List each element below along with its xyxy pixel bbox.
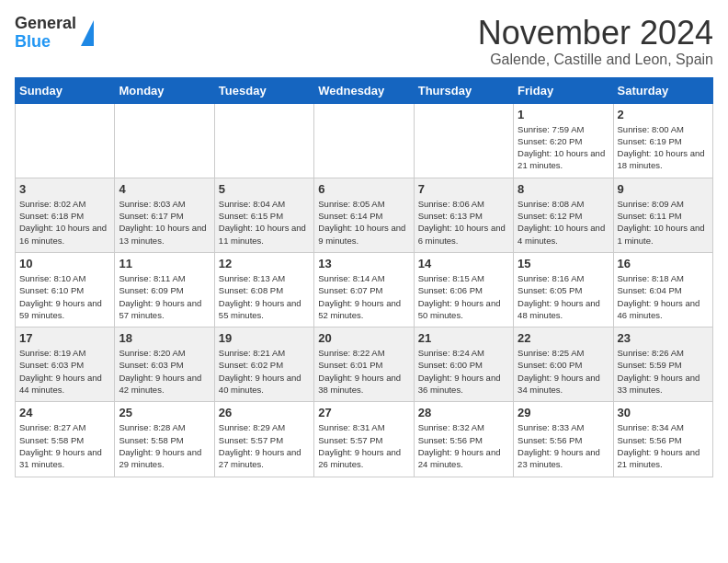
calendar-cell: 14Sunrise: 8:15 AM Sunset: 6:06 PM Dayli…	[414, 252, 513, 327]
day-info: Sunrise: 8:21 AM Sunset: 6:02 PM Dayligh…	[219, 347, 310, 396]
calendar-week-row: 10Sunrise: 8:10 AM Sunset: 6:10 PM Dayli…	[16, 252, 713, 327]
calendar-cell: 23Sunrise: 8:26 AM Sunset: 5:59 PM Dayli…	[613, 327, 712, 402]
day-number: 26	[219, 406, 310, 419]
calendar-cell: 7Sunrise: 8:06 AM Sunset: 6:13 PM Daylig…	[414, 178, 513, 252]
day-number: 9	[618, 182, 709, 196]
weekday-header-friday: Friday	[514, 77, 613, 103]
weekday-header-tuesday: Tuesday	[214, 77, 313, 103]
day-number: 17	[19, 331, 110, 345]
day-number: 15	[518, 257, 609, 270]
logo: General Blue	[15, 15, 94, 52]
calendar-cell: 25Sunrise: 8:28 AM Sunset: 5:58 PM Dayli…	[115, 402, 214, 477]
day-info: Sunrise: 8:03 AM Sunset: 6:17 PM Dayligh…	[119, 198, 210, 247]
calendar-cell: 21Sunrise: 8:24 AM Sunset: 6:00 PM Dayli…	[414, 327, 513, 402]
day-info: Sunrise: 8:05 AM Sunset: 6:14 PM Dayligh…	[318, 198, 409, 247]
calendar-cell: 27Sunrise: 8:31 AM Sunset: 5:57 PM Dayli…	[314, 402, 414, 477]
day-info: Sunrise: 8:24 AM Sunset: 6:00 PM Dayligh…	[418, 347, 509, 396]
calendar-cell: 18Sunrise: 8:20 AM Sunset: 6:03 PM Dayli…	[115, 327, 214, 402]
weekday-header-thursday: Thursday	[414, 77, 513, 103]
calendar-cell: 12Sunrise: 8:13 AM Sunset: 6:08 PM Dayli…	[214, 252, 313, 327]
calendar-cell: 28Sunrise: 8:32 AM Sunset: 5:56 PM Dayli…	[414, 402, 513, 477]
day-number: 4	[119, 182, 210, 196]
day-info: Sunrise: 8:11 AM Sunset: 6:09 PM Dayligh…	[119, 272, 210, 321]
day-number: 10	[19, 257, 110, 270]
day-info: Sunrise: 8:33 AM Sunset: 5:56 PM Dayligh…	[518, 421, 609, 470]
page-header: General Blue November 2024 Galende, Cast…	[15, 15, 713, 68]
day-info: Sunrise: 8:04 AM Sunset: 6:15 PM Dayligh…	[219, 198, 310, 247]
calendar-cell: 19Sunrise: 8:21 AM Sunset: 6:02 PM Dayli…	[214, 327, 313, 402]
logo-blue: Blue	[15, 32, 51, 51]
day-info: Sunrise: 8:16 AM Sunset: 6:05 PM Dayligh…	[518, 272, 609, 321]
day-number: 7	[418, 182, 509, 196]
day-number: 3	[19, 182, 110, 196]
day-number: 11	[119, 257, 210, 270]
calendar-cell: 30Sunrise: 8:34 AM Sunset: 5:56 PM Dayli…	[613, 402, 712, 477]
month-title: November 2024	[478, 15, 713, 52]
day-number: 27	[318, 406, 409, 419]
calendar-cell	[115, 103, 214, 178]
weekday-header-wednesday: Wednesday	[314, 77, 414, 103]
calendar-cell: 13Sunrise: 8:14 AM Sunset: 6:07 PM Dayli…	[314, 252, 414, 327]
day-number: 23	[618, 331, 709, 345]
calendar-week-row: 17Sunrise: 8:19 AM Sunset: 6:03 PM Dayli…	[16, 327, 713, 402]
calendar-cell: 22Sunrise: 8:25 AM Sunset: 6:00 PM Dayli…	[514, 327, 613, 402]
calendar-cell	[314, 103, 414, 178]
calendar-cell: 10Sunrise: 8:10 AM Sunset: 6:10 PM Dayli…	[16, 252, 115, 327]
day-number: 13	[318, 257, 409, 270]
day-info: Sunrise: 8:20 AM Sunset: 6:03 PM Dayligh…	[119, 347, 210, 396]
calendar-cell: 8Sunrise: 8:08 AM Sunset: 6:12 PM Daylig…	[514, 178, 613, 252]
day-number: 8	[518, 182, 609, 196]
day-info: Sunrise: 8:15 AM Sunset: 6:06 PM Dayligh…	[418, 272, 509, 321]
day-info: Sunrise: 7:59 AM Sunset: 6:20 PM Dayligh…	[518, 123, 609, 172]
calendar-cell: 29Sunrise: 8:33 AM Sunset: 5:56 PM Dayli…	[514, 402, 613, 477]
calendar-cell: 17Sunrise: 8:19 AM Sunset: 6:03 PM Dayli…	[16, 327, 115, 402]
day-number: 2	[618, 108, 709, 121]
calendar-cell: 20Sunrise: 8:22 AM Sunset: 6:01 PM Dayli…	[314, 327, 414, 402]
day-info: Sunrise: 8:31 AM Sunset: 5:57 PM Dayligh…	[318, 421, 409, 470]
calendar-cell: 11Sunrise: 8:11 AM Sunset: 6:09 PM Dayli…	[115, 252, 214, 327]
calendar-week-row: 24Sunrise: 8:27 AM Sunset: 5:58 PM Dayli…	[16, 402, 713, 477]
day-info: Sunrise: 8:00 AM Sunset: 6:19 PM Dayligh…	[618, 123, 709, 172]
day-info: Sunrise: 8:25 AM Sunset: 6:00 PM Dayligh…	[518, 347, 609, 396]
day-number: 28	[418, 406, 509, 419]
calendar-cell: 9Sunrise: 8:09 AM Sunset: 6:11 PM Daylig…	[613, 178, 712, 252]
calendar-cell: 6Sunrise: 8:05 AM Sunset: 6:14 PM Daylig…	[314, 178, 414, 252]
day-info: Sunrise: 8:10 AM Sunset: 6:10 PM Dayligh…	[19, 272, 110, 321]
day-info: Sunrise: 8:19 AM Sunset: 6:03 PM Dayligh…	[19, 347, 110, 396]
day-number: 20	[318, 331, 409, 345]
weekday-header-monday: Monday	[115, 77, 214, 103]
logo-general: General	[15, 14, 76, 32]
day-info: Sunrise: 8:28 AM Sunset: 5:58 PM Dayligh…	[119, 421, 210, 470]
calendar-cell: 15Sunrise: 8:16 AM Sunset: 6:05 PM Dayli…	[514, 252, 613, 327]
calendar-cell: 5Sunrise: 8:04 AM Sunset: 6:15 PM Daylig…	[214, 178, 313, 252]
calendar-week-row: 1Sunrise: 7:59 AM Sunset: 6:20 PM Daylig…	[16, 103, 713, 178]
day-number: 6	[318, 182, 409, 196]
day-number: 5	[219, 182, 310, 196]
calendar-cell: 2Sunrise: 8:00 AM Sunset: 6:19 PM Daylig…	[613, 103, 712, 178]
day-number: 29	[518, 406, 609, 419]
calendar-cell: 24Sunrise: 8:27 AM Sunset: 5:58 PM Dayli…	[16, 402, 115, 477]
weekday-header-saturday: Saturday	[613, 77, 712, 103]
day-number: 21	[418, 331, 509, 345]
day-info: Sunrise: 8:14 AM Sunset: 6:07 PM Dayligh…	[318, 272, 409, 321]
day-info: Sunrise: 8:09 AM Sunset: 6:11 PM Dayligh…	[618, 198, 709, 247]
day-info: Sunrise: 8:34 AM Sunset: 5:56 PM Dayligh…	[618, 421, 709, 470]
day-number: 18	[119, 331, 210, 345]
day-number: 25	[119, 406, 210, 419]
logo-triangle-icon	[81, 20, 94, 46]
calendar-cell	[214, 103, 313, 178]
calendar-cell	[414, 103, 513, 178]
calendar-cell: 26Sunrise: 8:29 AM Sunset: 5:57 PM Dayli…	[214, 402, 313, 477]
day-number: 14	[418, 257, 509, 270]
calendar-cell: 4Sunrise: 8:03 AM Sunset: 6:17 PM Daylig…	[115, 178, 214, 252]
day-info: Sunrise: 8:13 AM Sunset: 6:08 PM Dayligh…	[219, 272, 310, 321]
day-info: Sunrise: 8:29 AM Sunset: 5:57 PM Dayligh…	[219, 421, 310, 470]
day-info: Sunrise: 8:02 AM Sunset: 6:18 PM Dayligh…	[19, 198, 110, 247]
location-subtitle: Galende, Castille and Leon, Spain	[478, 52, 713, 68]
day-number: 30	[618, 406, 709, 419]
title-block: November 2024 Galende, Castille and Leon…	[478, 15, 713, 68]
day-info: Sunrise: 8:27 AM Sunset: 5:58 PM Dayligh…	[19, 421, 110, 470]
day-info: Sunrise: 8:22 AM Sunset: 6:01 PM Dayligh…	[318, 347, 409, 396]
day-info: Sunrise: 8:06 AM Sunset: 6:13 PM Dayligh…	[418, 198, 509, 247]
calendar-week-row: 3Sunrise: 8:02 AM Sunset: 6:18 PM Daylig…	[16, 178, 713, 252]
